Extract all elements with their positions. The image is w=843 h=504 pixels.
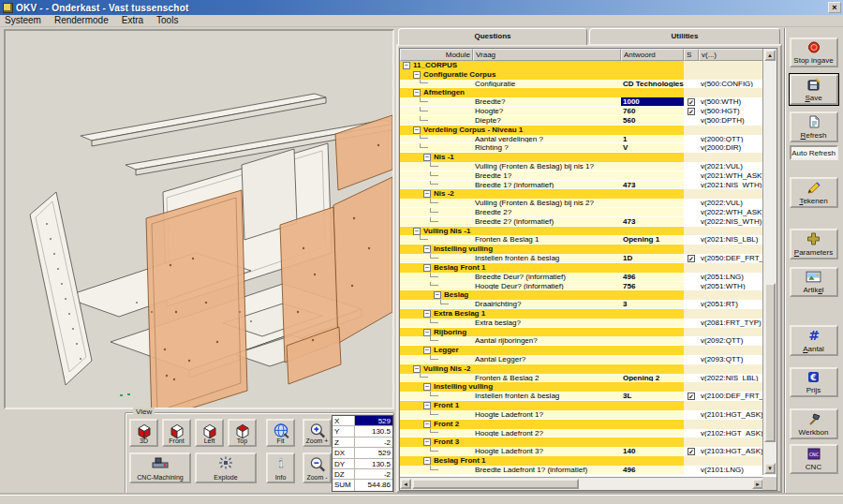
sidebar-button-save[interactable]: Save [790,74,838,105]
sidebar-button-prijs[interactable]: €Prijs [790,367,838,397]
antwoord-cell[interactable] [621,355,684,364]
antwoord-cell[interactable] [621,208,684,217]
column-header-module[interactable]: Module [400,49,473,61]
antwoord-cell[interactable]: Opening 1 [621,235,684,245]
antwoord-cell[interactable] [621,410,684,420]
view-button-left[interactable]: Left [195,419,224,447]
checkbox-checked-icon[interactable]: ✓ [688,98,695,106]
collapse-icon[interactable]: − [423,457,431,465]
antwoord-cell[interactable]: 3L [621,392,684,401]
question-row[interactable]: Vulling (Fronten & Beslag) bij nis 1?v(2… [400,162,763,171]
sidebar-button-auto-refresh[interactable]: Auto Refresh [790,145,838,160]
horizontal-scroll-thumb[interactable] [412,479,579,489]
question-row[interactable]: Instellen fronten & beslag1D✓v(2050:DEF_… [400,254,763,263]
sidebar-button-aantal[interactable]: #Aantal [790,325,838,356]
group-row[interactable]: −Instelling vulling [400,382,763,392]
antwoord-cell[interactable]: 473 [621,217,684,227]
collapse-icon[interactable]: − [434,291,441,299]
close-icon[interactable]: × [828,2,841,13]
antwoord-cell[interactable]: 1 [621,135,684,144]
group-row[interactable]: −Legger [400,346,763,355]
question-row[interactable]: ConfiguratieCD Technologiesv(500:CONFIG) [400,80,763,89]
collapse-icon[interactable]: − [423,190,431,198]
collapse-icon[interactable]: − [423,383,431,391]
antwoord-cell[interactable]: 560 [621,116,684,126]
view-button-info[interactable]: iInfo [266,452,295,483]
antwoord-cell[interactable]: 756 [621,282,684,291]
question-row[interactable]: Breedte?1000✓v(500:WTH) [400,97,763,107]
collapse-icon[interactable]: − [423,264,431,272]
collapse-icon[interactable]: − [413,365,421,373]
tab-questions[interactable]: Questions [398,28,587,45]
question-row[interactable]: Hoogte Ladefront 3?140✓v(2103:HGT_ASK) [400,447,763,456]
antwoord-cell[interactable] [621,171,684,181]
collapse-icon[interactable]: − [413,126,421,134]
menu-item-rendermode[interactable]: Rendermode [54,15,109,26]
collapse-icon[interactable]: − [423,310,431,318]
sidebar-button-parameters[interactable]: Parameters [790,229,838,259]
view-button-fit[interactable]: Fit [266,419,295,447]
question-row[interactable]: Breedte 1?v(2021:WTH_ASK) [400,171,763,181]
group-row[interactable]: −Configuratie Corpus [400,70,763,80]
sidebar-button-cnc[interactable]: CNCCNC [790,444,838,474]
group-row[interactable]: −Beslag [400,290,763,300]
group-row[interactable]: −Nis -2 [400,189,763,199]
column-header-vraag[interactable]: Vraag [473,49,621,61]
antwoord-cell[interactable]: 496 [621,273,684,282]
question-row[interactable]: Hoogte Ladefront 2?v(2102:HGT_ASK) [400,429,763,438]
collapse-icon[interactable]: − [423,421,431,428]
group-row[interactable]: −Vulling Nis -2 [400,364,763,374]
tab-utilities[interactable]: Utilities [589,28,780,44]
group-row[interactable]: −Beslag Front 1 [400,263,763,273]
group-row[interactable]: −Front 2 [400,420,763,429]
antwoord-cell[interactable] [621,336,684,346]
question-row[interactable]: Breedte 2? (informatief)473v(2022:NIS_WT… [400,217,763,227]
question-row[interactable]: Extra beslag?v(2081:FRT_TYP) [400,319,763,328]
antwoord-cell[interactable]: 1000 [621,97,684,107]
question-row[interactable]: Richting ?Vv(2000:DIR) [400,143,763,153]
collapse-icon[interactable]: − [423,154,431,161]
scroll-left-icon[interactable]: ◄ [400,479,411,489]
group-row[interactable]: −Afmetingen [400,88,763,97]
sidebar-button-stop-ingave[interactable]: Stop ingave [790,37,838,67]
horizontal-scrollbar[interactable]: ◄ ► [400,477,763,490]
question-row[interactable]: Aantal Legger?v(2093:QTT) [400,355,763,364]
collapse-icon[interactable]: − [413,228,421,235]
menu-item-extra[interactable]: Extra [122,15,143,26]
antwoord-cell[interactable]: 1D [621,254,684,263]
checkbox-checked-icon[interactable]: ✓ [688,108,695,115]
sidebar-button-refresh[interactable]: Refresh [790,111,838,142]
scroll-down-icon[interactable]: ▼ [764,463,776,474]
group-row[interactable]: −Nis -1 [400,153,763,162]
column-header-s[interactable]: S [684,49,699,61]
group-row[interactable]: −Beslag Front 1 [400,456,763,466]
group-row[interactable]: −Vulling Nis -1 [400,227,763,236]
view-button-zoom-in[interactable]: Zoom + [303,419,332,447]
group-row[interactable]: −11_CORPUS [400,61,763,70]
question-row[interactable]: Fronten & Beslag 1Opening 1v(2021:NIS_LB… [400,235,763,245]
sidebar-button-werkbon[interactable]: Werkbon [790,408,838,439]
column-header-v[interactable]: v(...) [699,49,763,61]
view-button-zoom-out[interactable]: Zoom - [303,452,332,483]
antwoord-cell[interactable]: 3 [621,300,684,309]
view-button-front[interactable]: Front [162,419,191,447]
collapse-icon[interactable]: − [423,347,431,354]
collapse-icon[interactable]: − [423,245,431,253]
group-row[interactable]: −Rijboring [400,328,763,337]
vertical-scrollbar[interactable]: ▲ ▼ [762,49,776,475]
collapse-icon[interactable]: − [423,402,431,409]
antwoord-cell[interactable] [621,199,684,208]
question-row[interactable]: Diepte?560v(500:DPTH) [400,116,763,126]
collapse-icon[interactable]: − [423,438,431,446]
scroll-up-icon[interactable]: ▲ [764,50,776,61]
question-row[interactable]: Aantal rijboringen?v(2092:QTT) [400,336,763,346]
question-row[interactable]: Breedte 2?v(2022:WTH_ASK) [400,208,763,217]
group-row[interactable]: −Front 3 [400,437,763,447]
antwoord-cell[interactable]: 473 [621,181,684,190]
question-row[interactable]: Hoogte Ladefront 1?v(2101:HGT_ASK) [400,410,763,420]
column-header-antwoord[interactable]: Antwoord [621,49,684,61]
question-row[interactable]: Hoogte?760✓v(500:HGT) [400,107,763,116]
question-row[interactable]: Vulling (Fronten & Beslag) bij nis 2?v(2… [400,199,763,208]
checkbox-checked-icon[interactable]: ✓ [688,393,695,400]
question-row[interactable]: Instellen fronten & beslag3L✓v(2100:DEF_… [400,392,763,401]
